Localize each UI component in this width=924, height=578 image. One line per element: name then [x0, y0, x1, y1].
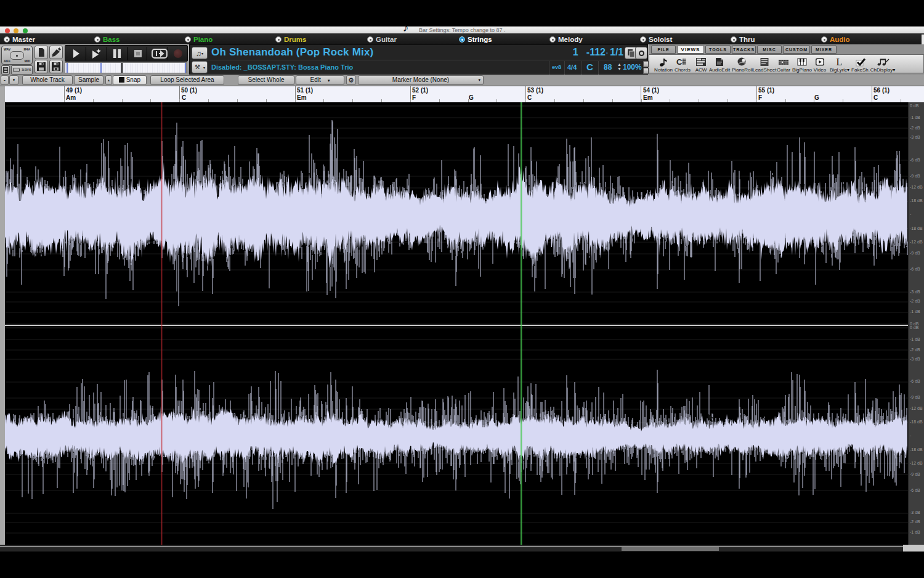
svg-text:C: C — [676, 57, 683, 67]
svg-text:L: L — [837, 57, 843, 67]
